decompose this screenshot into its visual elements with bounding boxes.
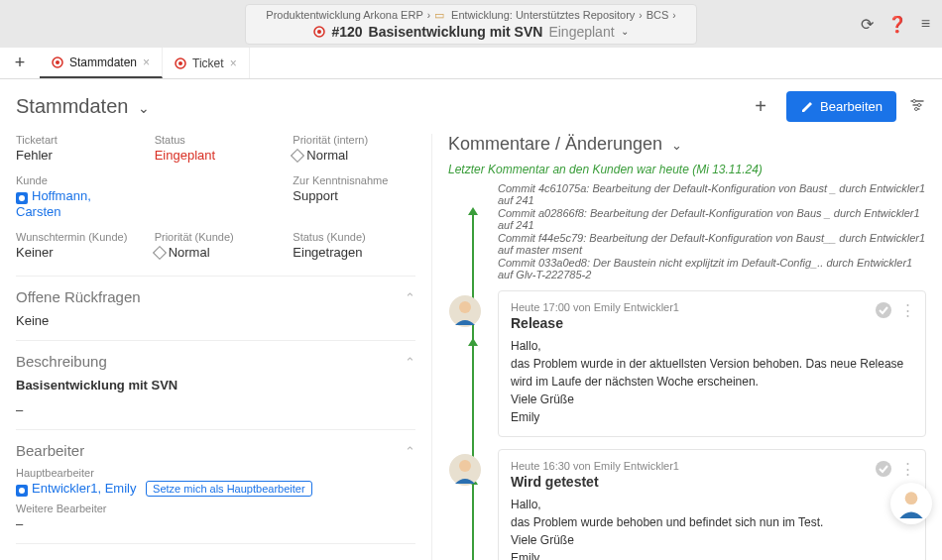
chevron-down-icon[interactable]: ⌄: [671, 138, 682, 153]
svg-point-7: [918, 103, 921, 106]
menu-icon[interactable]: ≡: [921, 15, 930, 34]
wunschtermin-label: Wunschtermin (Kunde): [16, 231, 139, 243]
collapse-icon[interactable]: ⌃: [405, 444, 415, 459]
set-me-main-button[interactable]: Setze mich als Hauptbearbeiter: [146, 481, 311, 497]
ticket-status: Eingeplant: [548, 24, 614, 40]
commit-entry: Commit 033a0ed8: Der Baustein nicht expl…: [498, 257, 926, 280]
priority-diamond-icon: [153, 246, 167, 260]
chevron-down-icon[interactable]: ⌄: [138, 100, 150, 116]
svg-point-6: [913, 99, 916, 102]
commit-entry: Commit f44e5c79: Bearbeitung der Default…: [498, 232, 926, 256]
rueckfragen-value: Keine: [16, 313, 415, 328]
chevron-down-icon[interactable]: ⌄: [621, 26, 629, 37]
more-icon[interactable]: ⋮: [900, 301, 915, 322]
breadcrumb-repo[interactable]: Entwicklung: Unterstütztes Repository: [451, 9, 635, 21]
kenntnis-label: Zur Kenntnisnahme: [293, 174, 415, 186]
kunde-value[interactable]: Hoffmann, Carsten: [16, 188, 139, 219]
priority-diamond-icon: [291, 149, 304, 163]
check-circle-icon[interactable]: [875, 460, 892, 481]
commit-entry: Commit 4c61075a: Bearbeitung der Default…: [498, 182, 926, 206]
topbar: Produktentwicklung Arkona ERP › ▭ Entwic…: [0, 0, 942, 48]
avatar: [449, 295, 481, 327]
add-button[interactable]: +: [747, 95, 774, 118]
commit-entry: Commit a02866f8: Bearbeitung der Default…: [498, 207, 926, 231]
hauptbearbeiter-label: Hauptbearbeiter: [16, 467, 415, 479]
section-title: Bearbeiter: [16, 442, 415, 459]
prioritaet-intern-value: Normal: [293, 148, 415, 163]
ticketart-value: Fehler: [16, 148, 139, 163]
tabstrip: + Stammdaten × Ticket ×: [0, 48, 942, 79]
help-icon[interactable]: ❓: [887, 15, 907, 34]
kenntnis-value: Support: [293, 188, 415, 203]
hauptbearbeiter-value[interactable]: Entwickler1, Emily Setze mich als Hauptb…: [16, 481, 415, 497]
ticketart-label: Ticketart: [16, 134, 139, 146]
tab-label: Ticket: [192, 56, 224, 70]
person-icon: [16, 192, 28, 204]
last-comment-note: Letzter Kommentar an den Kunden war heut…: [448, 163, 926, 176]
comment-body: Hallo, das Problem wurde behoben und bef…: [511, 496, 913, 560]
section-beschreibung: Beschreibung ⌃ Basisentwicklung mit SVN …: [16, 340, 415, 429]
breadcrumb-project[interactable]: Produktentwicklung Arkona ERP: [266, 9, 422, 21]
timeline-arrow-icon: [467, 206, 479, 218]
refresh-icon[interactable]: ⟳: [861, 15, 874, 34]
ticket-id: #120: [331, 24, 362, 40]
chevron-right-icon: ›: [672, 10, 675, 21]
tab-label: Stammdaten: [69, 56, 137, 69]
weitere-bearbeiter-label: Weitere Bearbeiter: [16, 503, 415, 514]
check-circle-icon[interactable]: [875, 301, 892, 322]
avatar-icon: [894, 487, 928, 520]
tab-ticket[interactable]: Ticket ×: [163, 48, 250, 78]
status-kunde-label: Status (Kunde): [293, 231, 415, 243]
comment-body: Hallo, das Problem wurde in der aktuells…: [511, 337, 913, 426]
bug-icon: [313, 26, 325, 38]
close-icon[interactable]: ×: [143, 56, 150, 69]
section-bearbeiter: Bearbeiter ⌃ Hauptbearbeiter Entwickler1…: [16, 429, 415, 543]
commit-list: Commit 4c61075a: Bearbeitung der Default…: [498, 182, 926, 280]
more-icon[interactable]: ⋮: [900, 460, 915, 481]
details-pane: TicketartFehler StatusEingeplant Priorit…: [0, 134, 431, 560]
collapse-icon[interactable]: ⌃: [405, 290, 415, 305]
svg-point-11: [876, 302, 891, 318]
chevron-right-icon: ›: [639, 10, 642, 21]
folder-icon: ▭: [434, 9, 444, 22]
tab-add-button[interactable]: +: [0, 53, 40, 73]
comment-card: ⋮ Heute 16:30 von Emily Entwickler1 Wird…: [498, 449, 926, 560]
section-rueckfragen: Offene Rückfragen ⌃ Keine: [16, 276, 415, 340]
ticket-title: Basisentwicklung mit SVN: [369, 24, 543, 40]
svg-point-8: [915, 107, 918, 110]
section-title: Kontext: [16, 556, 415, 560]
avatar: [449, 454, 481, 486]
wunschtermin-value: Keiner: [16, 245, 139, 260]
comments-header[interactable]: Kommentare / Änderungen ⌄: [448, 134, 926, 155]
bug-icon: [52, 56, 63, 68]
section-kontext: Kontext ⌃ ID#120 Bezug▭BCS: [16, 543, 415, 560]
pencil-icon: [800, 100, 814, 114]
section-title: Beschreibung: [16, 353, 415, 370]
svg-point-13: [459, 460, 471, 472]
beschreibung-body: –: [16, 402, 415, 417]
prioritaet-kunde-label: Priorität (Kunde): [155, 231, 278, 243]
beschreibung-value: Basisentwicklung mit SVN: [16, 378, 415, 392]
status-label: Status: [155, 134, 278, 146]
svg-point-10: [459, 301, 471, 313]
svg-point-5: [178, 61, 182, 65]
tab-stammdaten[interactable]: Stammdaten ×: [40, 48, 163, 78]
comment-title: Release: [511, 315, 913, 331]
comment-card: ⋮ Heute 17:00 von Emily Entwickler1 Rele…: [498, 290, 926, 437]
svg-point-1: [317, 30, 321, 34]
collapse-icon[interactable]: ⌃: [405, 355, 415, 370]
edit-button[interactable]: Bearbeiten: [786, 91, 896, 122]
filter-icon[interactable]: [908, 96, 926, 118]
kunde-label: Kunde: [16, 174, 139, 186]
page-title[interactable]: Stammdaten ⌄: [16, 95, 150, 118]
bug-icon: [175, 57, 186, 69]
section-title: Offene Rückfragen: [16, 288, 415, 305]
chevron-right-icon: ›: [427, 10, 430, 21]
close-icon[interactable]: ×: [230, 56, 237, 70]
floating-avatar-button[interactable]: [890, 483, 932, 524]
breadcrumb-area[interactable]: BCS: [647, 9, 669, 21]
prioritaet-intern-label: Priorität (intern): [293, 134, 415, 146]
breadcrumb[interactable]: Produktentwicklung Arkona ERP › ▭ Entwic…: [245, 4, 696, 45]
comments-pane: Kommentare / Änderungen ⌄ Letzter Kommen…: [431, 134, 942, 560]
comment-meta: Heute 17:00 von Emily Entwickler1: [511, 301, 913, 313]
